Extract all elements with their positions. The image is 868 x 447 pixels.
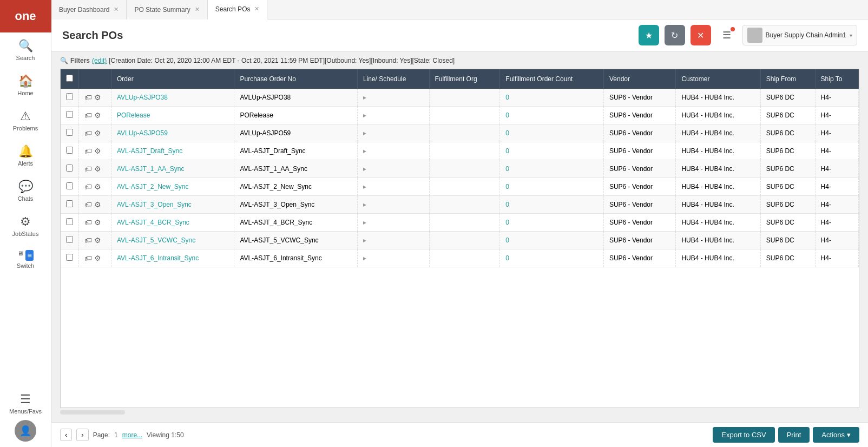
order-link-4[interactable]: AVL-ASJT_1_AA_Sync <box>117 165 185 173</box>
td-order-8[interactable]: AVL-ASJT_5_VCWC_Sync <box>111 232 234 249</box>
th-checkbox[interactable] <box>61 69 79 89</box>
row-checkbox-2[interactable] <box>66 129 73 136</box>
tab-search-pos-close[interactable]: ✕ <box>254 5 259 12</box>
filter-edit-link[interactable]: (edit) <box>92 57 107 64</box>
td-fulfillment-count-1[interactable]: 0 <box>500 107 604 124</box>
td-order-6[interactable]: AVL-ASJT_3_Open_Sync <box>111 196 234 214</box>
row-checkbox-5[interactable] <box>66 182 73 189</box>
td-fulfillment-count-8[interactable]: 0 <box>500 232 604 249</box>
order-link-1[interactable]: PORelease <box>117 111 150 119</box>
order-link-3[interactable]: AVL-ASJT_Draft_Sync <box>117 147 182 155</box>
row-icon-info-0[interactable]: 🏷 <box>84 93 92 102</box>
row-icon-gear-7[interactable]: ⚙ <box>94 218 101 227</box>
td-order-7[interactable]: AVL-ASJT_4_BCR_Sync <box>111 214 234 232</box>
row-icon-info-3[interactable]: 🏷 <box>84 147 92 155</box>
td-checkbox-6[interactable] <box>61 196 79 214</box>
row-checkbox-1[interactable] <box>66 111 73 118</box>
td-checkbox-9[interactable] <box>61 249 79 267</box>
order-link-5[interactable]: AVL-ASJT_2_New_Sync <box>117 183 189 190</box>
print-button[interactable]: Print <box>778 427 810 443</box>
td-fulfillment-count-2[interactable]: 0 <box>500 124 604 142</box>
po-table-container[interactable]: Order Purchase Order No Line/ Schedule F… <box>60 69 859 408</box>
order-link-8[interactable]: AVL-ASJT_5_VCWC_Sync <box>117 236 195 244</box>
order-link-2[interactable]: AVLUp-ASJPO59 <box>117 129 168 137</box>
scroll-track[interactable] <box>60 410 125 415</box>
row-icon-gear-8[interactable]: ⚙ <box>94 236 101 245</box>
td-checkbox-3[interactable] <box>61 142 79 160</box>
row-icon-gear-3[interactable]: ⚙ <box>94 147 101 155</box>
td-fulfillment-count-7[interactable]: 0 <box>500 214 604 232</box>
row-checkbox-7[interactable] <box>66 218 73 225</box>
td-fulfillment-count-5[interactable]: 0 <box>500 178 604 196</box>
sidebar-item-problems[interactable]: ⚠ Problems <box>0 103 51 138</box>
tab-po-state-summary-close[interactable]: ✕ <box>195 6 200 13</box>
tab-po-state-summary[interactable]: PO State Summary ✕ <box>127 0 207 19</box>
tab-search-pos[interactable]: Search POs ✕ <box>208 0 268 19</box>
sidebar-item-chats[interactable]: 💬 Chats <box>0 173 51 208</box>
td-order-1[interactable]: PORelease <box>111 107 234 124</box>
sidebar-item-search[interactable]: 🔍 Search <box>0 32 51 68</box>
sidebar-item-jobstatus[interactable]: ⚙ JobStatus <box>0 208 51 244</box>
app-logo[interactable]: one <box>0 0 51 32</box>
row-checkbox-0[interactable] <box>66 93 73 100</box>
row-icon-info-2[interactable]: 🏷 <box>84 129 92 137</box>
sidebar-item-switch[interactable]: 🖥 ≡ Switch <box>0 244 51 275</box>
order-link-7[interactable]: AVL-ASJT_4_BCR_Sync <box>117 219 189 226</box>
row-icon-info-8[interactable]: 🏷 <box>84 236 92 245</box>
row-icon-info-9[interactable]: 🏷 <box>84 254 92 262</box>
td-fulfillment-count-9[interactable]: 0 <box>500 249 604 267</box>
menu-button[interactable]: ☰ <box>716 25 737 45</box>
row-checkbox-8[interactable] <box>66 236 73 243</box>
row-icon-gear-0[interactable]: ⚙ <box>94 93 101 102</box>
td-checkbox-4[interactable] <box>61 160 79 178</box>
td-order-0[interactable]: AVLUp-ASJPO38 <box>111 89 234 107</box>
td-fulfillment-count-6[interactable]: 0 <box>500 196 604 214</box>
td-fulfillment-count-3[interactable]: 0 <box>500 142 604 160</box>
row-checkbox-6[interactable] <box>66 200 73 207</box>
sidebar-item-home[interactable]: 🏠 Home <box>0 68 51 103</box>
order-link-0[interactable]: AVLUp-ASJPO38 <box>117 94 168 101</box>
row-icon-gear-2[interactable]: ⚙ <box>94 129 101 137</box>
tab-buyer-dashboard[interactable]: Buyer Dashboard ✕ <box>51 0 127 19</box>
td-fulfillment-count-0[interactable]: 0 <box>500 89 604 107</box>
row-checkbox-4[interactable] <box>66 165 73 172</box>
td-order-5[interactable]: AVL-ASJT_2_New_Sync <box>111 178 234 196</box>
row-icon-gear-6[interactable]: ⚙ <box>94 200 101 209</box>
order-link-9[interactable]: AVL-ASJT_6_Intransit_Sync <box>117 254 199 262</box>
row-checkbox-3[interactable] <box>66 147 73 154</box>
row-icon-info-6[interactable]: 🏷 <box>84 200 92 209</box>
td-checkbox-7[interactable] <box>61 214 79 232</box>
td-order-9[interactable]: AVL-ASJT_6_Intransit_Sync <box>111 249 234 267</box>
td-order-4[interactable]: AVL-ASJT_1_AA_Sync <box>111 160 234 178</box>
td-checkbox-5[interactable] <box>61 178 79 196</box>
row-icon-gear-5[interactable]: ⚙ <box>94 182 101 191</box>
close-search-button[interactable]: ✕ <box>691 25 711 45</box>
export-csv-button[interactable]: Export to CSV <box>713 427 774 443</box>
td-fulfillment-count-4[interactable]: 0 <box>500 160 604 178</box>
td-checkbox-1[interactable] <box>61 107 79 124</box>
row-icon-gear-9[interactable]: ⚙ <box>94 254 101 262</box>
next-page-button[interactable]: › <box>76 429 88 441</box>
sidebar-avatar[interactable]: 👤 <box>15 420 36 442</box>
row-icon-info-1[interactable]: 🏷 <box>84 111 92 120</box>
row-icon-info-5[interactable]: 🏷 <box>84 182 92 191</box>
tab-buyer-dashboard-close[interactable]: ✕ <box>114 6 119 13</box>
sidebar-item-menus[interactable]: ☰ Menus/Favs <box>0 387 51 420</box>
row-icon-gear-1[interactable]: ⚙ <box>94 111 101 120</box>
order-link-6[interactable]: AVL-ASJT_3_Open_Sync <box>117 201 192 208</box>
prev-page-button[interactable]: ‹ <box>60 429 72 441</box>
horizontal-scrollbar[interactable] <box>60 408 859 417</box>
td-checkbox-8[interactable] <box>61 232 79 249</box>
user-dropdown[interactable]: Buyer Supply Chain Admin1 ▾ <box>742 25 857 45</box>
actions-button[interactable]: Actions ▾ <box>813 427 859 443</box>
td-order-3[interactable]: AVL-ASJT_Draft_Sync <box>111 142 234 160</box>
td-order-2[interactable]: AVLUp-ASJPO59 <box>111 124 234 142</box>
row-icon-info-7[interactable]: 🏷 <box>84 218 92 227</box>
more-pages-link[interactable]: more... <box>122 431 142 439</box>
row-icon-info-4[interactable]: 🏷 <box>84 165 92 173</box>
td-checkbox-2[interactable] <box>61 124 79 142</box>
sidebar-item-alerts[interactable]: 🔔 Alerts <box>0 138 51 173</box>
td-checkbox-0[interactable] <box>61 89 79 107</box>
refresh-button[interactable]: ↻ <box>665 25 685 45</box>
select-all-checkbox[interactable] <box>66 75 73 82</box>
